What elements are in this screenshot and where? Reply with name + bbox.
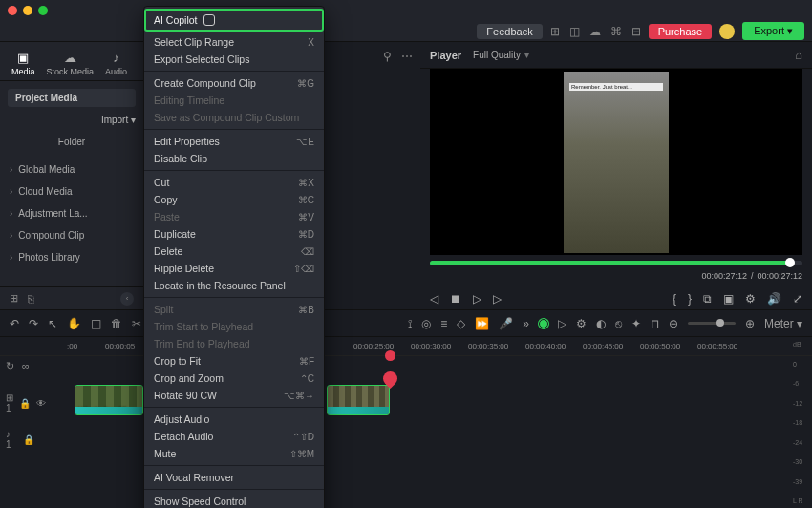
timeline-clip[interactable] [327,385,390,415]
user-avatar[interactable] [719,24,735,39]
progress-bar[interactable] [430,261,802,265]
color-icon[interactable]: ◐ [596,317,606,330]
context-item-mute[interactable]: Mute⇧⌘M [144,445,324,462]
voice-icon[interactable]: 🎤 [499,317,513,330]
snapshot-icon[interactable]: ⌂ [795,48,802,62]
compare-icon[interactable]: ⧉ [703,292,712,306]
link-icon[interactable]: ⌘ [610,25,622,38]
context-item-copy[interactable]: Copy⌘C [144,191,324,208]
play-timeline-icon[interactable]: ▷ [558,317,566,330]
timeline-ruler[interactable]: :00 00:00:05 00:00:25:00 00:00:30:00 00:… [0,337,812,356]
effects-icon[interactable]: ✦ [631,317,641,330]
bracket-right-icon[interactable]: } [688,292,692,306]
context-item-disable-clip[interactable]: Disable Clip [144,150,324,167]
context-item-crop-and-zoom[interactable]: Crop and Zoom⌃C [144,370,324,387]
lock-icon[interactable]: 🔒 [23,434,34,445]
collapse-sidebar-button[interactable]: ‹ [120,292,134,306]
monitor-icon[interactable]: ⊞ [550,25,560,38]
cloud-icon[interactable]: ☁ [589,25,601,38]
context-item-crop-to-fit[interactable]: Crop to Fit⌘F [144,352,324,370]
context-item-edit-properties[interactable]: Edit Properties⌥E [144,133,324,150]
sidebar-item-adjustment-layer[interactable]: Adjustment La... [0,202,143,224]
track-header-audio[interactable]: ♪ 1 🔒 [6,429,34,450]
settings-icon[interactable]: ⚙ [745,292,756,306]
sidebar-item-cloud-media[interactable]: Cloud Media [0,180,143,202]
bracket-left-icon[interactable]: { [673,292,676,306]
more-icon[interactable]: ⋯ [401,50,413,63]
eye-icon[interactable]: 👁 [36,398,46,409]
speed-icon[interactable]: ⏩ [475,317,489,330]
filter-icon[interactable]: ⚲ [383,50,392,63]
context-item-adjust-audio[interactable]: Adjust Audio [144,411,324,428]
export-button[interactable]: Export ▾ [742,22,804,40]
feedback-button[interactable]: Feedback [477,24,542,39]
context-item-rotate-90-cw[interactable]: Rotate 90 CW⌥⌘→ [144,387,324,404]
next-frame-icon[interactable]: ▷ [493,292,502,306]
context-item-delete[interactable]: Delete⌫ [144,243,324,260]
delete-icon[interactable]: 🗑 [111,317,122,330]
context-item-ai-vocal-remover[interactable]: AI Vocal Remover [144,469,324,486]
tab-audio[interactable]: ♪Audio [99,46,133,80]
folder-tab[interactable]: Folder [8,133,136,151]
mixer-icon[interactable]: ⚙ [576,317,587,330]
context-item-detach-audio[interactable]: Detach Audio⌃⇧D [144,428,324,445]
magnet-icon[interactable]: ⊓ [651,317,659,330]
target-icon[interactable]: ◎ [421,317,431,330]
maximize-window-button[interactable] [38,6,48,15]
hand-icon[interactable]: ✋ [67,317,81,330]
pointer-icon[interactable]: ↖ [48,317,57,330]
marker-icon[interactable]: ⟟ [408,317,412,330]
zoom-slider[interactable] [688,322,736,325]
track-header-video[interactable]: ⊞ 1 🔒 👁 [6,392,34,413]
stop-icon[interactable]: ⏹ [450,292,461,306]
volume-icon[interactable]: 🔊 [767,292,781,306]
transition-icon[interactable]: ⎋ [615,317,622,330]
new-bin-icon[interactable]: ⊞ [10,292,18,305]
display-icon[interactable]: ▣ [723,292,734,306]
minimize-window-button[interactable] [23,6,32,15]
sidebar-item-compound-clip[interactable]: Compound Clip [0,224,143,246]
zoom-out-icon[interactable]: ⊖ [669,317,678,330]
play-icon[interactable]: ▷ [473,292,481,306]
context-ai-copilot[interactable]: AI Copilot [144,9,324,32]
context-item-duplicate[interactable]: Duplicate⌘D [144,225,324,243]
context-item-cut[interactable]: Cut⌘X [144,174,324,191]
video-canvas[interactable]: Remember. Just breat... [430,69,802,255]
timeline-link-icon[interactable]: ∞ [22,360,30,372]
close-window-button[interactable] [8,6,17,15]
layout-icon[interactable]: ◫ [569,25,580,38]
sidebar-item-photos-library[interactable]: Photos Library [0,246,143,268]
link-bin-icon[interactable]: ⎘ [28,293,34,305]
fullscreen-icon[interactable]: ⤢ [793,292,802,306]
adjust-icon[interactable]: ≡ [440,317,447,330]
sidebar-item-global-media[interactable]: Global Media [0,159,143,180]
context-item-show-speed-control[interactable]: Show Speed Control [144,493,324,508]
cut-tool-icon[interactable]: ✂ [132,317,141,330]
grid-icon[interactable]: ⊟ [631,25,641,38]
undo-icon[interactable]: ↶ [10,317,19,330]
context-item-ripple-delete[interactable]: Ripple Delete⇧⌫ [144,260,324,277]
context-item-select-clip-range[interactable]: Select Clip RangeX [144,33,324,51]
purchase-button[interactable]: Purchase [649,24,712,39]
tab-stock-media[interactable]: ☁Stock Media [41,46,100,80]
context-item-export-selected-clips[interactable]: Export Selected Clips [144,51,324,68]
keyframe-icon[interactable]: ◇ [457,317,465,330]
progress-knob[interactable] [785,258,795,267]
context-item-locate-in-the-resource-panel[interactable]: Locate in the Resource Panel [144,277,324,294]
more-tools-icon[interactable]: » [523,317,529,330]
project-media-header[interactable]: Project Media [8,89,136,107]
render-status-icon[interactable] [539,319,548,328]
redo-icon[interactable]: ↷ [29,317,38,330]
zoom-knob[interactable] [716,319,724,327]
lock-icon[interactable]: 🔒 [19,398,31,409]
prev-frame-icon[interactable]: ◁ [430,292,438,306]
zoom-in-icon[interactable]: ⊕ [745,317,755,330]
tab-media[interactable]: ▣Media [6,46,41,80]
crop-tool-icon[interactable]: ◫ [91,317,101,330]
meter-label[interactable]: Meter ▾ [764,317,802,330]
import-dropdown[interactable]: Import ▾ [101,115,136,125]
context-item-create-compound-clip[interactable]: Create Compound Clip⌘G [144,74,324,92]
quality-dropdown[interactable]: Full Quality [473,50,529,60]
timeline-add-icon[interactable]: ↻ [6,360,14,372]
timeline-clip[interactable]: What's the diff... [75,385,143,415]
